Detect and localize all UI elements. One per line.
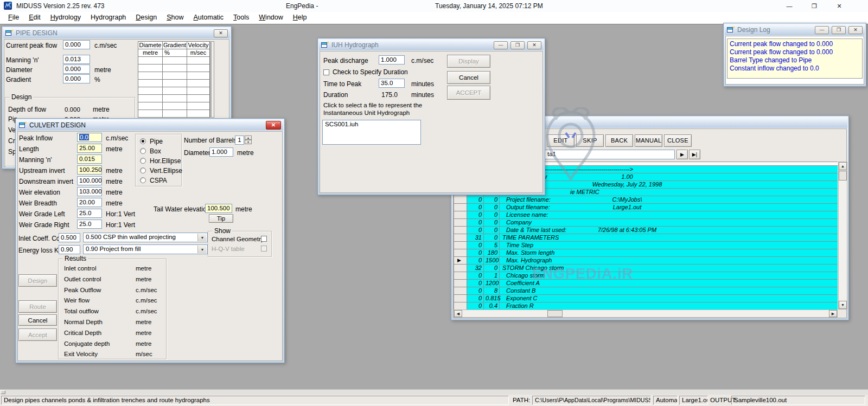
table-row[interactable]: ▶ 0 0.815 Exponent C — [454, 295, 838, 302]
table-cell-text[interactable]: Constant B — [500, 287, 838, 294]
tip-button[interactable]: Tip — [209, 214, 233, 223]
tailwater-input[interactable]: 100.500 — [205, 204, 232, 213]
table-cell-num2[interactable]: 0 — [484, 265, 500, 272]
table-cell-num1[interactable]: 0 — [467, 295, 484, 302]
menu-item[interactable]: Automatic — [189, 12, 229, 23]
checkbox-icon[interactable] — [261, 246, 267, 252]
table-cell-num2[interactable]: 1 — [484, 272, 500, 279]
menu-item[interactable]: Window — [254, 12, 288, 23]
row-selector-cell[interactable]: ▶ — [454, 227, 467, 234]
row-selector-cell[interactable]: ▶ — [454, 265, 467, 272]
action-button[interactable]: Route — [18, 300, 57, 313]
row-selector-cell[interactable]: ▶ — [454, 196, 467, 203]
pipe-design-titlebar[interactable]: PIPE DESIGN ✕ — [3, 28, 230, 38]
design-log-titlebar[interactable]: Design Log — ❐ ✕ — [725, 24, 865, 35]
inlet-coeff-select[interactable]: 0.500 CSP thin walled projecting▼ — [83, 233, 208, 242]
inlet-coeff-input[interactable]: 0.500 — [59, 233, 80, 242]
vertical-scrollbar[interactable]: ▲ ▼ — [838, 162, 847, 310]
field-input[interactable]: 0.000 — [63, 40, 90, 49]
table-row[interactable]: ▶ 32 0 STORM Chicago storm — [454, 265, 838, 272]
table-cell-text[interactable]: Max. Storm length — [500, 249, 838, 256]
menu-item[interactable]: Help — [288, 12, 312, 23]
table-cell-num2[interactable]: 0 — [484, 234, 500, 241]
table-row[interactable]: ▶ 0 0.4 Fraction R — [454, 302, 838, 310]
table-cell-text[interactable]: Date & Time last used:7/26/98 at 6:43:05… — [500, 227, 838, 234]
stepper-down-icon[interactable]: ▼ — [245, 140, 252, 144]
table-cell-text[interactable]: Output filename:Large1.out — [500, 204, 838, 211]
iuh-titlebar[interactable]: IUH Hydrograph — ❐ ✕ — [319, 40, 544, 50]
radio-icon[interactable] — [140, 177, 146, 183]
app-titlebar[interactable]: MIDUSS Version 2.25 rev. 473 EngPedia - … — [0, 0, 868, 12]
table-cell-num1[interactable]: 0 — [467, 242, 484, 249]
radio-icon[interactable] — [140, 148, 146, 154]
maximize-icon[interactable]: ❐ — [510, 41, 525, 49]
design-log-list[interactable]: Current peak flow changed to 0.000Curren… — [727, 38, 863, 79]
row-selector-cell[interactable]: ▶ — [454, 242, 467, 249]
table-cell-num1[interactable]: 32 — [467, 265, 484, 272]
menu-item[interactable]: Tools — [228, 12, 254, 23]
table-row[interactable]: ▶ 0 5 Time Step — [454, 242, 838, 249]
table-cell-text[interactable]: ie METRIC — [500, 189, 838, 196]
table-row[interactable]: ▶ 31 0 TIME PARAMETERS — [454, 234, 838, 242]
table-row[interactable]: ▶ 0 1 Chicago storm — [454, 272, 838, 280]
barrels-stepper[interactable]: ▲ ▼ — [245, 136, 252, 145]
minimize-icon[interactable]: — — [494, 41, 508, 49]
table-row[interactable]: ▶ 0 1500 Max. Hydrograph — [454, 257, 838, 265]
field-input[interactable]: 100.250 — [77, 165, 102, 175]
table-cell-num1[interactable]: 0 — [467, 196, 484, 203]
stepper-up-icon[interactable]: ▲ — [245, 136, 252, 140]
culvert-design-titlebar[interactable]: CULVERT DESIGN ✕ — [17, 120, 283, 131]
table-cell-num1[interactable]: 0 — [467, 302, 484, 310]
minimize-icon[interactable]: — — [815, 26, 829, 34]
radio-icon[interactable] — [140, 158, 146, 164]
field-input[interactable]: 25.0 — [77, 220, 102, 229]
action-button[interactable]: Accept — [18, 328, 57, 341]
field-input[interactable]: 0.000 — [63, 74, 90, 83]
field-input[interactable]: 25.0 — [77, 209, 102, 218]
close-icon[interactable]: ✕ — [214, 29, 228, 37]
scroll-thumb[interactable] — [547, 310, 563, 317]
table-row[interactable]: ▶ 0 180 Max. Storm length — [454, 249, 838, 257]
horizontal-scrollbar[interactable]: ◀ ▶ — [454, 310, 838, 318]
table-cell-text[interactable]: Time Step — [500, 242, 838, 249]
table-cell-num2[interactable]: 0 — [484, 211, 500, 218]
nav-next-button[interactable]: ▶ — [676, 150, 688, 159]
row-selector-cell[interactable]: ▶ — [454, 204, 467, 211]
menu-item[interactable]: File — [3, 12, 24, 23]
scroll-thumb[interactable] — [839, 171, 847, 181]
peak-discharge-input[interactable]: 1.000 — [379, 55, 405, 65]
table-cell-num1[interactable]: 0 — [467, 219, 484, 226]
action-button[interactable]: Cancel — [18, 314, 57, 326]
menu-item[interactable]: Show — [162, 12, 188, 23]
radio-icon[interactable] — [140, 167, 146, 173]
minimize-icon[interactable]: — — [778, 1, 800, 11]
table-cell-num2[interactable]: 8 — [484, 287, 500, 294]
radio-icon[interactable] — [140, 138, 146, 144]
barrel-type-option[interactable]: Hor.Ellipse — [136, 156, 181, 166]
table-cell-num2[interactable]: 180 — [484, 249, 500, 256]
maximize-icon[interactable]: ❐ — [832, 26, 846, 34]
field-input[interactable]: 0.013 — [63, 55, 90, 64]
action-button[interactable]: Design — [18, 274, 57, 287]
menu-item[interactable]: Hydrograph — [86, 12, 131, 23]
table-cell-num1[interactable]: 31 — [467, 234, 484, 241]
row-selector-cell[interactable]: ▶ — [454, 302, 467, 310]
checkbox-icon[interactable] — [261, 236, 267, 242]
grid-action-button[interactable]: BACK — [605, 134, 633, 147]
barrels-input[interactable]: 1 — [235, 136, 244, 145]
diameter-input[interactable]: 1.000 — [209, 147, 233, 157]
row-selector-cell[interactable]: ▶ — [454, 272, 467, 279]
dialog-button[interactable]: Cancel — [447, 71, 490, 84]
row-selector-cell[interactable]: ▶ — [454, 257, 467, 264]
table-cell-num2[interactable]: 0 — [484, 227, 500, 234]
table-cell-text[interactable]: Exponent C — [500, 295, 838, 302]
scroll-thumb[interactable] — [1, 390, 5, 394]
table-cell-num2[interactable]: 0 — [484, 204, 500, 211]
table-cell-text[interactable]: Company — [500, 219, 838, 226]
barrel-type-option[interactable]: CSPA — [136, 176, 181, 185]
barrel-type-option[interactable]: Pipe — [136, 137, 181, 146]
field-input[interactable]: 25.00 — [77, 144, 102, 153]
row-selector-cell[interactable]: ▶ — [454, 280, 467, 287]
energy-loss-select[interactable]: 0.90 Project from fill▼ — [83, 244, 208, 254]
dialog-button[interactable]: ACCEPT — [447, 86, 490, 100]
